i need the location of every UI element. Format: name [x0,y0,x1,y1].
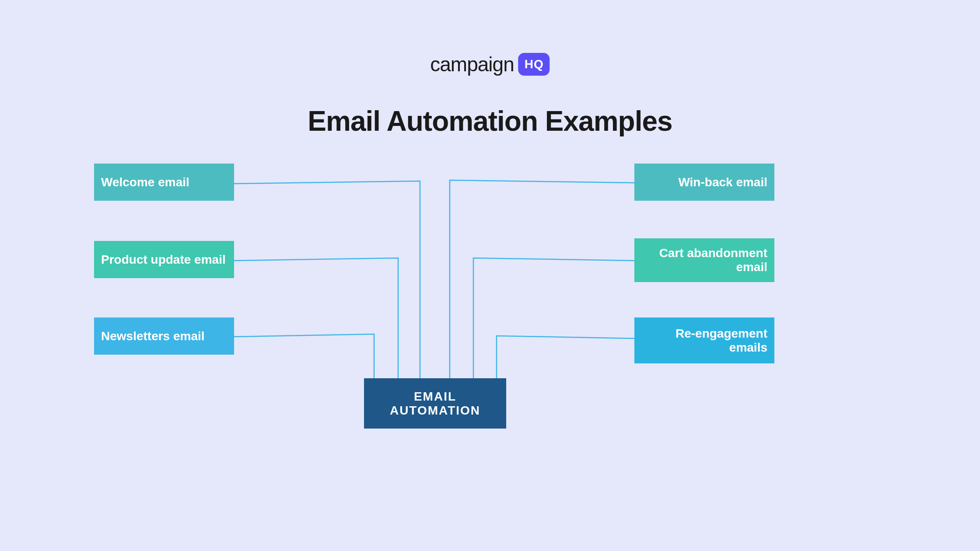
box-win-back-email: Win-back email [634,164,774,201]
box-cart-abandonment-email: Cart abandonment email [634,238,774,282]
box-newsletters-email: Newsletters email [94,317,234,355]
box-label: EMAIL AUTOMATION [371,390,499,418]
box-label: Win-back email [678,175,767,189]
box-re-engagement-emails: Re-engagement emails [634,317,774,363]
box-label: Welcome email [101,175,189,189]
box-welcome-email: Welcome email [94,164,234,201]
box-email-automation-center: EMAIL AUTOMATION [364,378,506,429]
box-label: Re-engagement emails [641,327,767,355]
box-label: Cart abandonment email [641,246,767,274]
box-label: Newsletters email [101,329,205,343]
box-label: Product update email [101,253,226,267]
box-product-update-email: Product update email [94,241,234,278]
